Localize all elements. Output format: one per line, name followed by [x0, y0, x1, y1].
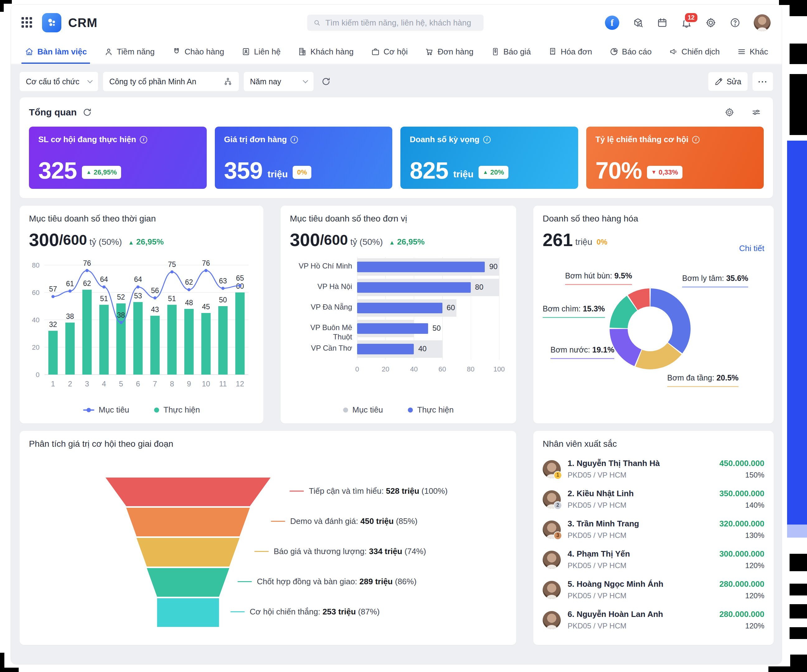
tab-cart[interactable]: Đơn hàng: [422, 41, 477, 64]
overview-refresh-icon[interactable]: [80, 105, 95, 120]
donut-slice[interactable]: [619, 329, 638, 358]
actual-bar[interactable]: [357, 303, 442, 313]
donut-slice[interactable]: [639, 349, 675, 360]
tab-label: Khác: [750, 47, 768, 56]
bar[interactable]: [82, 290, 91, 374]
bar[interactable]: [99, 305, 109, 374]
line-point[interactable]: [239, 284, 242, 287]
overview-settings-gear-icon[interactable]: [722, 105, 737, 120]
legend-muc-tieu[interactable]: Mục tiêu: [343, 405, 383, 415]
legend-muc-tieu[interactable]: Mục tiêu: [83, 405, 129, 415]
line-point[interactable]: [221, 287, 224, 290]
line-point[interactable]: [188, 288, 191, 291]
staff-row[interactable]: 4. Phạm Thị YếnPKD05 / VP HCM300.000.000…: [543, 545, 764, 574]
legend-thuc-hien[interactable]: Thực hiện: [154, 405, 200, 415]
staff-row[interactable]: 5. Hoàng Ngọc Minh ÁnhPKD05 / VP HCM280.…: [543, 574, 764, 605]
crm-logo-icon[interactable]: [42, 13, 61, 32]
tab-invoice[interactable]: Hóa đơn: [545, 41, 595, 64]
staff-avatar: [543, 551, 561, 569]
kpi-card: Doanh số kỳ vọngi825triệu▲20%: [400, 127, 578, 189]
staff-row[interactable]: 22. Kiều Nhật LinhPKD05 / VP HCM350.000.…: [543, 484, 764, 514]
line-point[interactable]: [153, 296, 157, 300]
tab-menu[interactable]: Khác: [734, 41, 771, 64]
calendar-icon[interactable]: [657, 17, 668, 28]
chevron-down-icon: [88, 78, 93, 83]
tab-quote[interactable]: Báo giá: [488, 41, 534, 64]
funnel-stage[interactable]: [106, 478, 271, 506]
bar[interactable]: [167, 305, 176, 374]
donut-slice[interactable]: [651, 298, 681, 348]
x-tick-label: 100: [493, 365, 505, 373]
kpi-badge: ▼0,33%: [647, 166, 682, 179]
info-icon[interactable]: i: [483, 136, 491, 143]
line-value-label: 63: [219, 277, 227, 285]
bar-value-label: 62: [83, 280, 91, 288]
tab-label: Tiềm năng: [117, 47, 155, 56]
tab-pie[interactable]: Báo cáo: [606, 41, 655, 64]
edit-button[interactable]: Sửa: [708, 72, 747, 91]
more-actions-button[interactable]: ⋯: [752, 72, 773, 91]
actual-bar[interactable]: [357, 262, 485, 272]
global-search[interactable]: [307, 15, 483, 31]
legend-thuc-hien[interactable]: Thực hiện: [408, 405, 453, 415]
refresh-icon[interactable]: [319, 74, 334, 89]
line-value-label: 64: [100, 275, 108, 283]
bar[interactable]: [235, 293, 245, 374]
line-point[interactable]: [51, 295, 55, 298]
actual-bar[interactable]: [357, 344, 414, 354]
tab-magnet[interactable]: Chào hàng: [169, 41, 227, 64]
tab-label: Chiến dịch: [681, 47, 720, 56]
notifications-bell-icon[interactable]: 12: [681, 17, 692, 28]
info-icon[interactable]: i: [140, 136, 147, 143]
help-icon[interactable]: [729, 17, 741, 28]
settings-gear-icon[interactable]: [705, 17, 716, 28]
user-avatar[interactable]: [754, 14, 770, 31]
staff-dept: PKD05 / VP HCM: [568, 561, 630, 570]
staff-row[interactable]: 33. Trần Minh TrangPKD05 / VP HCM320.000…: [543, 514, 764, 545]
bar[interactable]: [48, 331, 58, 374]
line-point[interactable]: [120, 321, 123, 324]
staff-row[interactable]: 6. Nguyễn Hoàn Lan AnhPKD05 / VP HCM280.…: [543, 605, 764, 635]
tab-label: Chào hàng: [184, 47, 224, 56]
actual-bar[interactable]: [357, 323, 428, 334]
tab-person[interactable]: Tiềm năng: [101, 41, 158, 64]
bar[interactable]: [201, 313, 211, 374]
bar[interactable]: [150, 316, 160, 374]
bar[interactable]: [218, 306, 227, 374]
period-select[interactable]: Năm nay: [244, 72, 314, 91]
tab-building[interactable]: Khách hàng: [294, 41, 357, 64]
actual-bar[interactable]: [357, 282, 471, 293]
tab-megaphone[interactable]: Chiến dịch: [666, 41, 723, 64]
donut-slice[interactable]: [633, 298, 650, 303]
line-point[interactable]: [136, 285, 139, 288]
donut-label: Bơm hút bùn: 9.5%: [565, 271, 632, 285]
info-icon[interactable]: i: [692, 136, 699, 143]
funnel-stage[interactable]: [106, 508, 271, 536]
kpi-value: 325: [38, 160, 77, 181]
line-point[interactable]: [103, 285, 106, 288]
app-grid-icon[interactable]: [22, 17, 33, 28]
bar[interactable]: [184, 309, 194, 374]
org-structure-select[interactable]: Cơ cấu tổ chức: [20, 72, 98, 91]
funnel-stage-label: Chốt hợp đồng và bàn giao: 289 triệu (86…: [237, 577, 417, 586]
product-search-icon[interactable]: [632, 17, 644, 28]
search-input[interactable]: [325, 18, 478, 28]
bar[interactable]: [65, 323, 75, 374]
donut-slice[interactable]: [619, 303, 632, 328]
facebook-icon[interactable]: f: [605, 16, 619, 30]
filter-bar: Cơ cấu tổ chức Công ty cổ phần Minh An N…: [20, 72, 773, 91]
info-icon[interactable]: i: [291, 136, 298, 143]
tab-home[interactable]: Bàn làm việc: [22, 41, 90, 64]
staff-row[interactable]: 11. Nguyễn Thị Thanh HàPKD05 / VP HCM450…: [543, 454, 764, 484]
tab-briefcase[interactable]: Cơ hội: [368, 41, 411, 64]
line-point[interactable]: [204, 269, 208, 272]
line-point[interactable]: [68, 290, 71, 293]
overview-sliders-icon[interactable]: [749, 105, 764, 120]
combo-chart: 0204060803238625152534351484550605761766…: [29, 252, 254, 402]
funnel-stage[interactable]: [106, 538, 271, 566]
company-field[interactable]: Công ty cổ phần Minh An: [103, 72, 239, 91]
line-point[interactable]: [85, 269, 88, 272]
tab-idcard[interactable]: Liên hệ: [238, 41, 284, 64]
bar[interactable]: [133, 302, 143, 374]
line-point[interactable]: [170, 270, 173, 273]
